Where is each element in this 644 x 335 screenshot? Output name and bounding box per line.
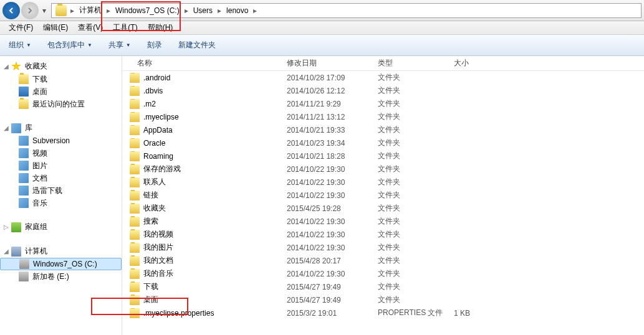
file-row[interactable]: Roaming2014/10/21 18:28文件夹 — [122, 149, 644, 163]
file-name-cell: 保存的游戏 — [122, 164, 282, 174]
sidebar-item[interactable]: Windows7_OS (C:) — [0, 258, 122, 270]
folder-icon — [19, 99, 29, 109]
file-row[interactable]: 下载2015/4/27 19:49文件夹 — [122, 280, 644, 293]
file-name-cell: .myeclipse.properties — [122, 308, 282, 318]
sidebar-item[interactable]: 图片 — [0, 159, 122, 172]
file-date: 2015/4/27 19:49 — [282, 296, 373, 304]
file-type: 文件夹 — [373, 281, 449, 292]
sidebar-item[interactable]: 迅雷下载 — [0, 184, 122, 197]
collapse-icon[interactable]: ◢ — [2, 248, 10, 255]
drive-icon — [19, 271, 29, 281]
sidebar-item[interactable]: 新加卷 (E:) — [0, 270, 122, 283]
file-row[interactable]: .dbvis2014/10/26 12:12文件夹 — [122, 84, 644, 97]
file-date: 2014/11/21 13:12 — [282, 113, 373, 121]
column-size[interactable]: 大小 — [449, 58, 511, 68]
file-name-cell: 我的视频 — [122, 229, 282, 240]
libraries-icon — [11, 123, 21, 133]
folder-icon — [130, 204, 140, 214]
breadcrumb-users[interactable]: Users — [190, 4, 216, 17]
breadcrumb-drive[interactable]: Windows7_OS (C:) — [112, 4, 183, 17]
sidebar-item[interactable]: 视频 — [0, 147, 122, 159]
sidebar-item[interactable]: Subversion — [0, 134, 122, 147]
file-row[interactable]: .myeclipse.properties2015/3/2 19:01PROPE… — [122, 306, 644, 319]
toolbar-item[interactable]: 组织▼ — [5, 37, 35, 53]
file-row[interactable]: 桌面2015/4/27 19:49文件夹 — [122, 293, 644, 306]
column-name[interactable]: 名称 — [122, 58, 282, 68]
back-button[interactable] — [2, 2, 20, 19]
file-row[interactable]: .myeclipse2014/11/21 13:12文件夹 — [122, 110, 644, 123]
chevron-right-icon[interactable]: ▸ — [216, 6, 223, 15]
expand-icon[interactable]: ▷ — [2, 224, 10, 231]
sidebar-item[interactable]: 文档 — [0, 172, 122, 184]
lib-icon — [19, 173, 29, 183]
sidebar-item[interactable]: 桌面 — [0, 85, 122, 98]
toolbar-item[interactable]: 刻录 — [143, 37, 166, 53]
menu-item[interactable]: 编辑(E) — [38, 21, 73, 34]
folder-icon — [130, 177, 140, 187]
libraries-header[interactable]: ◢ 库 — [0, 121, 122, 134]
menu-item[interactable]: 帮助(H) — [143, 21, 178, 34]
toolbar-item[interactable]: 新建文件夹 — [175, 37, 219, 53]
homegroup-label: 家庭组 — [25, 222, 47, 232]
file-name-cell: 链接 — [122, 190, 282, 201]
file-type: 文件夹 — [373, 138, 449, 148]
file-name: 下载 — [143, 281, 158, 292]
file-row[interactable]: 链接2014/10/22 19:30文件夹 — [122, 189, 644, 202]
column-type[interactable]: 类型 — [373, 58, 449, 68]
lib-icon — [19, 198, 29, 208]
address-bar[interactable]: ▸ 计算机 ▸ Windows7_OS (C:) ▸ Users ▸ lenov… — [51, 3, 642, 18]
file-row[interactable]: 保存的游戏2014/10/22 19:30文件夹 — [122, 163, 644, 176]
history-dropdown[interactable]: ▾ — [40, 2, 49, 19]
file-name: 保存的游戏 — [143, 164, 181, 174]
menu-item[interactable]: 查看(V) — [73, 21, 108, 34]
chevron-down-icon: ▼ — [26, 42, 31, 48]
folder-icon — [130, 230, 140, 240]
toolbar-item[interactable]: 共享▼ — [105, 37, 135, 53]
file-row[interactable]: .android2014/10/28 17:09文件夹 — [122, 71, 644, 84]
breadcrumb-computer[interactable]: 计算机 — [75, 4, 105, 17]
navigation-bar: ▾ ▸ 计算机 ▸ Windows7_OS (C:) ▸ Users ▸ len… — [0, 0, 644, 21]
sidebar-item[interactable]: 音乐 — [0, 197, 122, 209]
toolbar-item[interactable]: 包含到库中▼ — [44, 37, 96, 53]
file-type: 文件夹 — [373, 98, 449, 109]
chevron-right-icon[interactable]: ▸ — [252, 6, 258, 15]
file-type: 文件夹 — [373, 125, 449, 135]
file-name: 我的文档 — [143, 255, 173, 266]
column-date[interactable]: 修改日期 — [282, 58, 373, 68]
file-row[interactable]: 我的文档2015/4/28 20:17文件夹 — [122, 254, 644, 267]
file-name-cell: 联系人 — [122, 177, 282, 187]
file-row[interactable]: 联系人2014/10/22 19:30文件夹 — [122, 176, 644, 189]
homegroup-header[interactable]: ▷ 家庭组 — [0, 220, 122, 234]
breadcrumb-lenovo[interactable]: lenovo — [223, 4, 252, 17]
file-date: 2015/3/2 19:01 — [282, 309, 373, 318]
chevron-right-icon[interactable]: ▸ — [105, 6, 112, 15]
menu-item[interactable]: 文件(F) — [4, 21, 38, 34]
file-name: .dbvis — [143, 87, 163, 95]
sidebar-item[interactable]: 下载 — [0, 73, 122, 85]
file-row[interactable]: 我的视频2014/10/22 19:30文件夹 — [122, 228, 644, 241]
chevron-right-icon[interactable]: ▸ — [69, 6, 75, 15]
file-size: 1 KB — [449, 309, 511, 318]
file-name-cell: .myeclipse — [122, 112, 282, 122]
folder-icon — [130, 151, 140, 161]
favorites-header[interactable]: ◢ 收藏夹 — [0, 60, 122, 73]
file-row[interactable]: Oracle2014/10/23 19:34文件夹 — [122, 136, 644, 149]
file-row[interactable]: 搜索2014/10/22 19:30文件夹 — [122, 215, 644, 228]
forward-button[interactable] — [21, 2, 39, 19]
file-type: 文件夹 — [373, 177, 449, 187]
file-row[interactable]: .m22014/11/21 9:29文件夹 — [122, 97, 644, 110]
collapse-icon[interactable]: ◢ — [2, 63, 10, 70]
computer-header[interactable]: ◢ 计算机 — [0, 245, 122, 258]
sidebar-item[interactable]: 最近访问的位置 — [0, 98, 122, 110]
file-row[interactable]: AppData2014/10/21 19:33文件夹 — [122, 123, 644, 136]
file-row[interactable]: 我的图片2014/10/22 19:30文件夹 — [122, 241, 644, 254]
file-date: 2015/4/27 19:49 — [282, 283, 373, 291]
file-row[interactable]: 收藏夹2015/4/25 19:28文件夹 — [122, 202, 644, 215]
collapse-icon[interactable]: ◢ — [2, 125, 10, 132]
file-type: 文件夹 — [373, 242, 449, 253]
folder-icon — [130, 295, 140, 305]
menu-item[interactable]: 工具(T) — [108, 21, 142, 34]
folder-icon — [130, 125, 140, 135]
chevron-right-icon[interactable]: ▸ — [183, 6, 190, 15]
file-row[interactable]: 我的音乐2014/10/22 19:30文件夹 — [122, 267, 644, 280]
